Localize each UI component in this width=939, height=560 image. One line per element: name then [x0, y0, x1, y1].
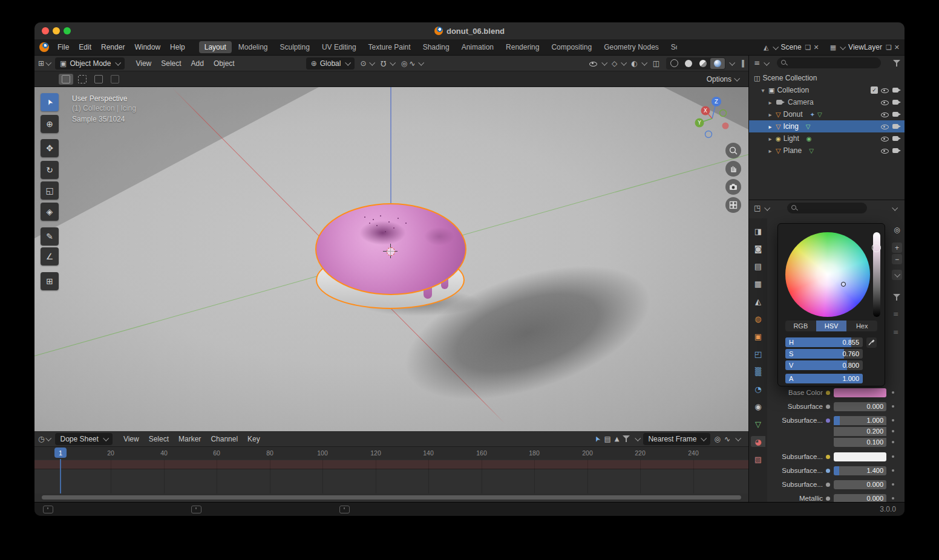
gizmo-x-neg-axis[interactable] — [722, 123, 729, 129]
editor-type-properties-icon[interactable]: ◳ — [754, 204, 761, 212]
tab-material[interactable]: ◕ — [751, 436, 765, 447]
scene-selector[interactable]: Scene — [781, 43, 802, 51]
outliner-search-input[interactable] — [777, 57, 881, 68]
snap-dropdown[interactable]: Nearest Frame — [643, 433, 710, 445]
tab-scene[interactable]: ◭ — [751, 296, 765, 307]
disclosure-closed-icon[interactable]: ▸ — [767, 148, 773, 154]
viewport-canvas[interactable]: User Perspective (1) Collection | Icing … — [34, 87, 748, 432]
editor-type-dope-sheet-icon[interactable]: ◷ — [38, 435, 44, 443]
metallic-slider[interactable]: 0.000 — [834, 494, 886, 503]
playhead-line[interactable] — [60, 459, 61, 493]
disable-in-render-toggle[interactable] — [892, 110, 901, 119]
tool-rotate[interactable]: ↻ — [41, 161, 59, 179]
alpha-slider[interactable]: A 1.000 — [785, 374, 863, 383]
socket-dot-icon[interactable] — [826, 418, 830, 423]
eyedropper-button[interactable] — [866, 337, 877, 348]
tab-particles[interactable]: ▒ — [751, 366, 765, 377]
menu-window[interactable]: Window — [129, 43, 165, 51]
navigation-gizmo[interactable]: Z X Y — [687, 93, 738, 144]
tab-hex[interactable]: Hex — [846, 321, 877, 331]
pivot-point-icon[interactable]: ⊙ — [360, 59, 366, 68]
hidden-channels-icon[interactable]: ▤ — [604, 435, 610, 443]
keyframe-dot[interactable] — [892, 455, 894, 458]
disclosure-closed-icon[interactable]: ▸ — [767, 123, 773, 130]
properties-search-input[interactable] — [787, 203, 867, 213]
chevron-down-icon[interactable] — [764, 59, 770, 65]
keyframe-dot[interactable] — [892, 469, 894, 472]
options-dropdown[interactable]: Options — [707, 75, 731, 83]
select-mode-set-button[interactable] — [59, 74, 73, 85]
properties-filter-icon[interactable] — [893, 294, 900, 301]
color-wheel-marker[interactable] — [841, 282, 846, 287]
dope-menu-select[interactable]: Select — [144, 435, 174, 443]
tab-object-data[interactable]: ▽ — [751, 418, 765, 429]
hide-in-viewport-toggle[interactable] — [880, 146, 889, 155]
outliner-row-donut[interactable]: ▸ ▽ Donut ✦ ▽ — [749, 108, 905, 120]
workspace-tab-animation[interactable]: Animation — [456, 41, 499, 53]
workspace-tab-layout[interactable]: Layout — [199, 41, 232, 53]
tool-add-cube[interactable]: ⊞ — [41, 272, 59, 290]
workspace-tab-compositing[interactable]: Compositing — [546, 41, 597, 53]
saturation-slider[interactable]: S 0.760 — [785, 349, 863, 359]
tool-select-box[interactable]: ➤ — [41, 93, 59, 111]
value-slider-handle[interactable] — [872, 243, 881, 252]
tool-annotate[interactable]: ✎ — [41, 227, 59, 246]
hide-in-viewport-toggle[interactable] — [880, 122, 889, 131]
zoom-button[interactable] — [725, 143, 741, 158]
tab-world[interactable]: ◍ — [751, 313, 765, 324]
tab-view-layer[interactable]: ▦ — [751, 278, 765, 289]
chevron-down-icon[interactable] — [765, 204, 771, 210]
disclosure-closed-icon[interactable]: ▸ — [767, 135, 773, 142]
transform-orientation-dropdown[interactable]: ⊕ Global — [306, 57, 355, 70]
shading-wireframe-button[interactable] — [667, 58, 681, 69]
hide-in-viewport-toggle[interactable] — [880, 110, 889, 119]
tool-cursor[interactable]: ⊕ — [41, 115, 59, 133]
toggle-orthographic-button[interactable] — [725, 197, 741, 213]
tab-texture[interactable]: ▨ — [751, 454, 765, 464]
editor-type-3d-viewport-icon[interactable]: ⊞ — [38, 59, 44, 68]
keyframe-dot[interactable] — [892, 430, 894, 432]
errors-filter-icon[interactable]: ▲ — [615, 435, 620, 442]
select-mode-extend-button[interactable] — [75, 74, 90, 85]
outliner-item-label[interactable]: Scene Collection — [762, 74, 817, 82]
keyframe-dot[interactable] — [892, 391, 894, 394]
outliner-item-label[interactable]: Camera — [788, 98, 814, 106]
hue-slider[interactable]: H 0.855 — [785, 337, 863, 347]
tool-measure[interactable]: ∠ — [41, 247, 59, 265]
dope-filter-icon[interactable] — [623, 435, 630, 442]
chevron-down-icon[interactable] — [621, 60, 627, 66]
chevron-down-icon[interactable] — [635, 435, 641, 441]
tab-constraints[interactable]: ◉ — [751, 401, 765, 412]
chevron-down-icon[interactable] — [601, 60, 607, 66]
current-frame-badge[interactable]: 1 — [54, 448, 67, 458]
tab-hsv[interactable]: HSV — [816, 321, 847, 331]
xray-toggle-icon[interactable]: ◫ — [653, 59, 659, 68]
chevron-down-icon[interactable] — [390, 60, 396, 66]
disable-in-render-toggle[interactable] — [892, 86, 901, 94]
show-hide-dropdown-icon[interactable] — [589, 59, 598, 68]
outliner-item-label[interactable]: Plane — [783, 146, 802, 155]
chevron-down-icon[interactable] — [840, 44, 846, 50]
editor-maximize-icon[interactable]: ‖ — [741, 59, 745, 68]
outliner-item-label[interactable]: Icing — [783, 122, 798, 131]
dope-menu-key[interactable]: Key — [243, 435, 265, 443]
only-selected-toggle-icon[interactable]: ➤ — [592, 434, 603, 443]
chevron-down-icon[interactable] — [641, 60, 647, 66]
disable-in-render-toggle[interactable] — [892, 134, 901, 143]
disclosure-closed-icon[interactable]: ▸ — [767, 99, 773, 106]
horizontal-scrollbar[interactable] — [42, 495, 741, 500]
blender-logo-icon[interactable] — [39, 42, 49, 52]
value-channel-slider[interactable]: V 0.800 — [785, 360, 863, 370]
outliner-row-light[interactable]: ▸ ◉ Light ◉ — [749, 132, 905, 145]
gizmo-y-neg-axis[interactable] — [720, 110, 727, 117]
select-mode-intersect-button[interactable] — [108, 74, 122, 85]
dope-menu-channel[interactable]: Channel — [206, 435, 243, 443]
select-mode-subtract-button[interactable] — [91, 74, 106, 85]
editor-type-outliner-icon[interactable]: ≡ — [754, 59, 760, 67]
viewport-menu-select[interactable]: Select — [156, 59, 186, 68]
socket-dot-icon[interactable] — [826, 469, 830, 473]
tool-transform[interactable]: ◈ — [41, 203, 59, 221]
keyframe-dot[interactable] — [892, 483, 894, 486]
pin-id-icon[interactable]: ◎ — [892, 224, 902, 235]
socket-dot-icon[interactable] — [826, 455, 830, 459]
